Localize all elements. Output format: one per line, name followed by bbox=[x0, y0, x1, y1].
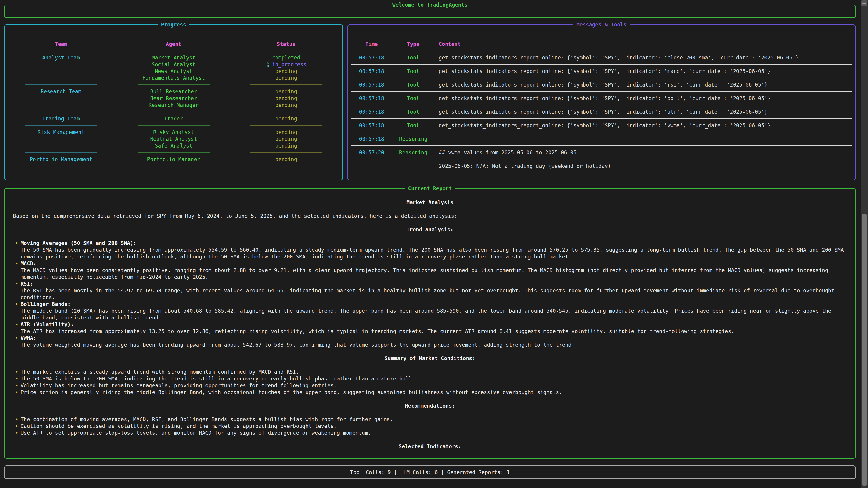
list-item: RSI: The RSI has been mostly in the 54.9… bbox=[13, 281, 847, 301]
table-row: Social Analyst ⣷in_progress bbox=[5, 61, 342, 68]
col-header-agent: Agent bbox=[117, 41, 230, 47]
report-panel-title: Current Report bbox=[405, 185, 455, 192]
row-separator bbox=[350, 74, 852, 81]
welcome-title: Welcome to TradingAgents bbox=[389, 1, 471, 8]
col-header-status: Status bbox=[230, 41, 342, 47]
list-item: Moving Averages (50 SMA and 200 SMA): Th… bbox=[13, 240, 847, 260]
group-separator bbox=[5, 149, 342, 156]
col-header-type: Type bbox=[393, 41, 434, 47]
group-separator bbox=[5, 122, 342, 129]
message-type: Tool bbox=[393, 95, 434, 102]
message-content: get_stockstats_indicators_report_online:… bbox=[434, 81, 852, 88]
scrollbar-menu-icon[interactable] bbox=[862, 0, 867, 6]
message-time: 00:57:18 bbox=[350, 54, 393, 61]
message-content-line: ## vwma values from 2025-05-06 to 2025-0… bbox=[439, 149, 852, 156]
row-separator bbox=[350, 88, 852, 95]
message-content-line: 2025-06-05: N/A: Not a trading day (week… bbox=[439, 163, 852, 169]
team-name: Trading Team bbox=[5, 115, 117, 122]
row-separator bbox=[350, 129, 852, 135]
table-row: Portfolio Management Portfolio Manager p… bbox=[5, 156, 342, 163]
selected-indicators-heading: Selected Indicators: bbox=[13, 443, 847, 450]
summary-list: The market exhibits a steady upward tren… bbox=[13, 368, 847, 396]
list-item-label: VWMA: bbox=[21, 335, 847, 341]
agent-name: Trader bbox=[117, 115, 230, 122]
message-time: 00:57:18 bbox=[350, 81, 393, 88]
report-title: Market Analysis bbox=[13, 199, 847, 206]
recommendations-heading: Recommendations: bbox=[13, 402, 847, 409]
message-type: Tool bbox=[393, 68, 434, 74]
agent-name: Research Manager bbox=[117, 102, 230, 108]
list-item-label: Moving Averages (50 SMA and 200 SMA): bbox=[21, 240, 847, 247]
message-content: get_stockstats_indicators_report_online:… bbox=[434, 54, 852, 61]
message-time: 00:57:20 bbox=[350, 149, 393, 169]
messages-table: Time Type Content 00:57:18 Tool get_stoc… bbox=[350, 41, 852, 169]
list-item-text: The RSI has been mostly in the 54.92 to … bbox=[21, 287, 847, 301]
table-row: Fundamentals Analyst pending bbox=[5, 74, 342, 81]
status-badge: pending bbox=[230, 115, 342, 122]
scrollbar-track[interactable] bbox=[861, 0, 868, 488]
progress-panel-title: Progress bbox=[158, 21, 189, 28]
message-content: get_stockstats_indicators_report_online:… bbox=[434, 122, 852, 129]
message-row: 00:57:18 Tool get_stockstats_indicators_… bbox=[350, 54, 852, 61]
status-badge: pending bbox=[230, 68, 342, 74]
list-item: Use ATR to set appropriate stop-loss lev… bbox=[13, 429, 847, 436]
list-item-text: The 50 SMA has been gradually increasing… bbox=[21, 247, 847, 260]
table-row: News Analyst pending bbox=[5, 68, 342, 74]
message-row: 00:57:20 Reasoning ## vwma values from 2… bbox=[350, 149, 852, 169]
message-type: Tool bbox=[393, 54, 434, 61]
trend-heading: Trend Analysis: bbox=[13, 226, 847, 233]
scrollbar-thumb[interactable] bbox=[862, 214, 867, 486]
message-content: ## vwma values from 2025-05-06 to 2025-0… bbox=[434, 149, 852, 169]
report-body: Market Analysis Based on the comprehensi… bbox=[5, 189, 855, 450]
col-header-content: Content bbox=[434, 41, 852, 47]
col-header-team: Team bbox=[5, 41, 117, 47]
messages-panel-title: Messages & Tools bbox=[573, 21, 630, 28]
message-time: 00:57:18 bbox=[350, 68, 393, 74]
group-separator bbox=[5, 108, 342, 115]
report-intro: Based on the comprehensive data retrieve… bbox=[13, 213, 847, 219]
list-item-text: The MACD values have been consistently p… bbox=[21, 267, 847, 281]
col-header-time: Time bbox=[350, 41, 393, 47]
progress-table-header: Team Agent Status bbox=[5, 41, 342, 47]
status-badge: pending bbox=[230, 135, 342, 142]
list-item: ATR (Volatility): The ATR has increased … bbox=[13, 321, 847, 335]
row-separator bbox=[350, 102, 852, 108]
message-content: get_stockstats_indicators_report_online:… bbox=[434, 95, 852, 102]
message-content: get_stockstats_indicators_report_online:… bbox=[434, 68, 852, 74]
status-badge: ⣷in_progress bbox=[230, 61, 342, 68]
message-type: Tool bbox=[393, 81, 434, 88]
table-row: Research Team Bull Researcher pending bbox=[5, 88, 342, 95]
status-badge: pending bbox=[230, 142, 342, 149]
list-item-label: ATR (Volatility): bbox=[21, 321, 847, 328]
message-type: Reasoning bbox=[393, 149, 434, 169]
message-time: 00:57:18 bbox=[350, 122, 393, 129]
list-item-label: Bollinger Bands: bbox=[21, 301, 847, 307]
table-row: Risk Management Risky Analyst pending bbox=[5, 129, 342, 135]
agent-name: News Analyst bbox=[117, 68, 230, 74]
row-separator bbox=[350, 47, 852, 54]
list-item-text: The middle band (20 SMA) has been rising… bbox=[21, 307, 847, 321]
list-item: Price action is generally riding the mid… bbox=[13, 389, 847, 396]
progress-panel: Progress Team Agent Status Analyst Team … bbox=[4, 24, 343, 180]
table-row: Safe Analyst pending bbox=[5, 142, 342, 149]
table-row: Neutral Analyst pending bbox=[5, 135, 342, 142]
message-type: Reasoning bbox=[393, 135, 434, 142]
message-type: Tool bbox=[393, 108, 434, 115]
list-item-label: RSI: bbox=[21, 281, 847, 287]
group-separator bbox=[5, 163, 342, 169]
message-row: 00:57:18 Tool get_stockstats_indicators_… bbox=[350, 81, 852, 88]
agent-name: Safe Analyst bbox=[117, 142, 230, 149]
agent-name: Bull Researcher bbox=[117, 88, 230, 95]
list-item: The market exhibits a steady upward tren… bbox=[13, 368, 847, 375]
agent-name: Portfolio Manager bbox=[117, 156, 230, 163]
message-content: get_stockstats_indicators_report_online:… bbox=[434, 108, 852, 115]
list-item: The 50 SMA is below the 200 SMA, indicat… bbox=[13, 375, 847, 382]
message-type: Tool bbox=[393, 122, 434, 129]
message-row: 00:57:18 Tool get_stockstats_indicators_… bbox=[350, 122, 852, 129]
message-row: 00:57:18 Tool get_stockstats_indicators_… bbox=[350, 108, 852, 115]
list-item: Bollinger Bands: The middle band (20 SMA… bbox=[13, 301, 847, 321]
agent-name: Fundamentals Analyst bbox=[117, 74, 230, 81]
team-name: Analyst Team bbox=[5, 54, 117, 61]
list-item: Volatility has increased but remains man… bbox=[13, 382, 847, 389]
row-separator bbox=[350, 142, 852, 149]
